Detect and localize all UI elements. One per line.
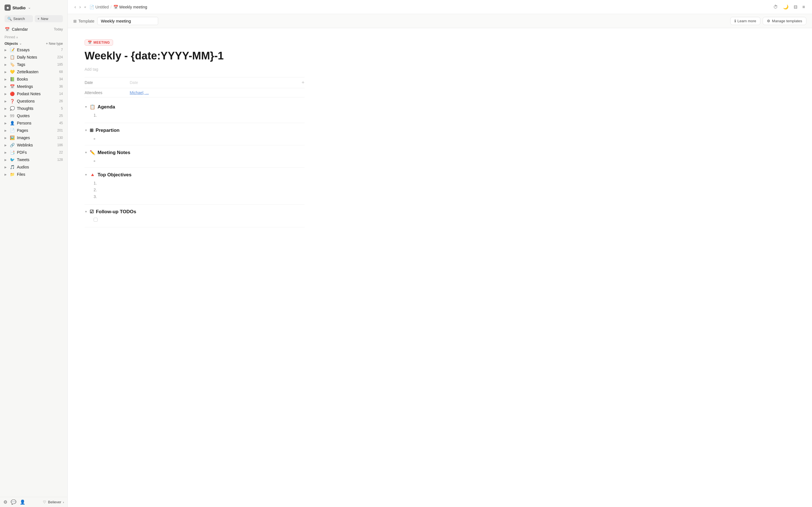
sidebar-item-quotes[interactable]: ▶ 99 Quotes 25 [2,112,65,119]
info-icon: ℹ [734,19,736,23]
checkbox[interactable] [94,218,98,222]
nav-forward-button[interactable]: › [78,3,82,11]
sidebar-item-zettelkasten[interactable]: ▶ 💛 Zettelkasten 68 [2,68,65,75]
nav-label: Images [17,135,30,140]
nav-label: Essays [17,48,30,52]
template-bar-left: ⊞ Template [73,17,158,25]
section-header-top-objectives[interactable]: ▼ 🔺 Top Objectives [85,172,305,178]
section-icon: ✏️ [90,150,95,155]
sidebar-item-essays[interactable]: ▶ 📝 Essays 7 [2,46,65,54]
nav-chevron: ▶ [4,114,7,117]
sidebar-item-persons[interactable]: ▶ 👤 Persons 45 [2,119,65,127]
bullet-item[interactable] [94,158,305,163]
template-name-input[interactable] [97,17,158,25]
sidebar-item-calendar[interactable]: 📅 Calendar Today [2,25,65,33]
nav-chevron: ▶ [4,107,7,110]
sidebar-item-audios[interactable]: ▶ 🎵 Audios [2,163,65,171]
nav-more-back-button[interactable]: « [83,3,87,11]
document-content: 📅 MEETING Weekly - {date:YYYY-MM}-1 Add … [68,28,321,507]
sidebar-item-daily-notes[interactable]: ▶ 📋 Daily Notes 224 [2,54,65,61]
sidebar-item-questions[interactable]: ▶ ❓ Questions 26 [2,98,65,105]
nav-chevron: ▶ [4,122,7,125]
add-property-button[interactable]: + [301,80,305,86]
breadcrumb-current[interactable]: 📅 Weekly meeting [113,5,147,9]
new-type-button[interactable]: + New type [46,42,63,46]
property-value-date[interactable]: Date [130,80,301,85]
topbar-right: ⏱ 🌙 ⊟ ≡ [772,3,806,11]
section-prepartion: ▼ ⊞ Prepartion [85,128,305,145]
workspace-header[interactable]: ◆ Studio ⌄ [3,3,64,12]
layout-icon-btn[interactable]: ⊟ [792,3,799,11]
nav-count: 36 [59,84,63,89]
section-header-meeting-notes[interactable]: ▼ ✏️ Meeting Notes [85,150,305,156]
nav-label: Weblinks [17,143,33,147]
sidebar-item-thoughts[interactable]: ▶ 💭 Thoughts 5 [2,105,65,112]
manage-templates-button[interactable]: ⚙ Manage templates [763,17,806,25]
nav-label: Books [17,77,28,81]
nav-icon-weblinks: 🔗 [10,143,15,147]
sidebar-item-books[interactable]: ▶ 📗 Books 34 [2,75,65,83]
add-tag[interactable]: Add tag [85,67,305,71]
ordered-item[interactable]: 3. [94,193,305,200]
sidebar-item-images[interactable]: ▶ 🖼️ Images 130 [2,134,65,142]
learn-more-button[interactable]: ℹ Learn more [730,17,760,25]
nav-count: 186 [57,143,63,147]
sidebar-bottom: ⚙ 💬 👤 ♡ Believer › [0,497,67,507]
ordered-item[interactable]: 2. [94,187,305,193]
ordered-item[interactable]: 1. [94,112,305,118]
nav-icon-audios: 🎵 [10,165,15,169]
nav-label: Persons [17,121,31,125]
nav-icon-persons: 👤 [10,121,15,125]
nav-label: PDFs [17,150,27,155]
template-bar: ⊞ Template ℹ Learn more ⚙ Manage templat… [68,14,812,28]
sidebar-item-weblinks[interactable]: ▶ 🔗 Weblinks 186 [2,142,65,149]
search-label: Search [13,17,25,21]
nav-chevron: ▶ [4,158,7,161]
pinned-section: Pinned ∧ [2,33,65,40]
section-header-prepartion[interactable]: ▼ ⊞ Prepartion [85,128,305,133]
section-title: Agenda [98,104,115,110]
plus-icon: + [38,17,40,21]
badge-icon: 📅 [88,41,92,45]
nav-count: 14 [59,92,63,96]
moon-icon-btn[interactable]: 🌙 [781,3,790,11]
user-name: Believer [48,500,61,504]
timer-icon-btn[interactable]: ⏱ [772,3,779,11]
objects-label-wrapper[interactable]: Objects ⌄ [4,41,22,46]
breadcrumb-parent[interactable]: 📄 Untitled [89,5,109,9]
calendar-label: Calendar [12,27,28,32]
section-divider [85,227,305,227]
nav-back-button[interactable]: ‹ [73,3,77,11]
bullet-item[interactable] [94,135,305,140]
sidebar-item-pages[interactable]: ▶ 📄 Pages 201 [2,127,65,134]
search-icon: 🔍 [7,17,12,21]
topbar-left: ‹ › « 📄 Untitled / 📅 Weekly meeting [73,3,147,11]
nav-count: 26 [59,99,63,103]
section-divider [85,167,305,168]
sidebar-item-files[interactable]: ▶ 📁 Files [2,171,65,178]
user-breadcrumb[interactable]: ♡ Believer › [43,500,64,504]
sidebar-item-meetings[interactable]: ▶ 📅 Meetings 36 [2,83,65,90]
section-header-agenda[interactable]: ▼ 📋 Agenda [85,104,305,110]
profile-icon[interactable]: 👤 [20,499,26,505]
sidebar-item-podast-notes[interactable]: ▶ 🔴 Podast Notes 14 [2,90,65,98]
section-header-follow-up-todos[interactable]: ▼ ☑ Follow-up TODOs [85,209,305,215]
sidebar-item-tags[interactable]: ▶ 🏷️ Tags 185 [2,61,65,68]
settings-icon[interactable]: ⚙ [3,499,7,505]
nav-label: Pages [17,128,28,133]
document-title[interactable]: Weekly - {date:YYYY-MM}-1 [85,50,305,62]
menu-icon-btn[interactable]: ≡ [801,3,806,11]
breadcrumb: 📄 Untitled / 📅 Weekly meeting [89,5,147,9]
checkbox-item[interactable] [94,217,305,223]
property-value-attendees[interactable]: Michael, ... [130,91,305,95]
ordered-item[interactable]: 1. [94,180,305,186]
search-button[interactable]: 🔍 Search [4,15,33,22]
help-icon[interactable]: 💬 [11,499,16,505]
nav-chevron: ▶ [4,85,7,88]
workspace-icon: ◆ [4,4,11,11]
new-button[interactable]: + New [35,15,63,22]
sidebar-item-tweets[interactable]: ▶ 🐦 Tweets 128 [2,156,65,163]
nav-icon-zettelkasten: 💛 [10,69,15,74]
current-icon: 📅 [113,5,118,9]
sidebar-item-pdfs[interactable]: ▶ 📑 PDFs 22 [2,149,65,156]
